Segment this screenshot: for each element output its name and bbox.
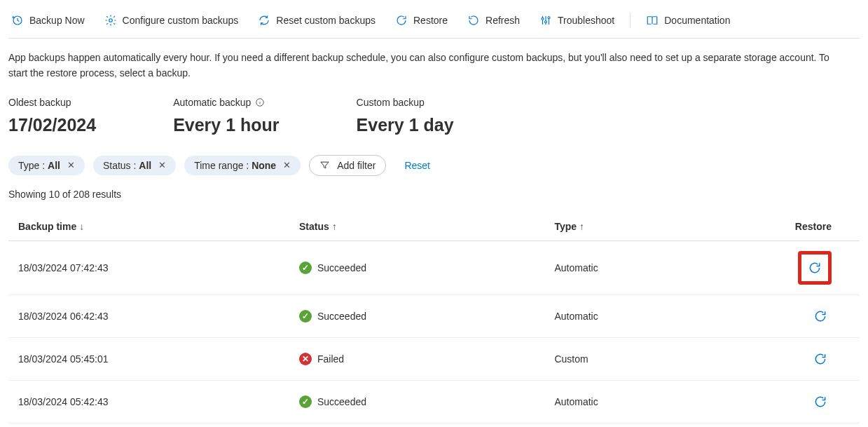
description-text: App backups happen automatically every h… (8, 50, 835, 81)
documentation-label: Documentation (664, 15, 730, 26)
cell-status: ✕Failed (289, 337, 545, 380)
restore-row-button[interactable] (798, 251, 832, 285)
reset-filters-link[interactable]: Reset (404, 160, 430, 171)
filter-timerange-pill[interactable]: Time range : None ✕ (184, 156, 301, 175)
filter-bar: Type : All ✕ Status : All ✕ Time range :… (8, 155, 860, 176)
backups-table: Backup time↓ Status↑ Type↑ Restore 18/03… (8, 212, 860, 423)
stat-auto-label: Automatic backup (173, 97, 279, 108)
refresh-label: Refresh (485, 15, 520, 26)
svg-point-3 (545, 21, 547, 23)
status-text: Succeeded (317, 396, 366, 407)
restore-row-button[interactable] (809, 305, 832, 327)
refresh-circle-icon (467, 14, 480, 27)
table-row[interactable]: 18/03/2024 07:42:43✓SucceededAutomatic (8, 240, 860, 294)
cell-status: ✓Succeeded (289, 380, 545, 423)
status-text: Succeeded (317, 311, 366, 322)
restore-row-button[interactable] (809, 348, 832, 370)
col-backup-time[interactable]: Backup time↓ (8, 212, 289, 241)
configure-label: Configure custom backups (123, 15, 239, 26)
sort-up-icon: ↑ (579, 221, 584, 232)
sort-down-icon: ↓ (79, 221, 84, 232)
backup-now-button[interactable]: Backup Now (11, 14, 85, 27)
clear-type-icon[interactable]: ✕ (67, 160, 75, 170)
svg-point-4 (548, 17, 550, 19)
stat-automatic: Automatic backup Every 1 hour (173, 97, 279, 135)
documentation-button[interactable]: Documentation (646, 14, 730, 27)
cell-status: ✓Succeeded (289, 294, 545, 337)
stat-oldest-label: Oldest backup (8, 97, 96, 108)
cell-restore (755, 337, 860, 380)
cell-type: Automatic (544, 240, 755, 294)
cell-backup-time: 18/03/2024 06:42:43 (8, 294, 289, 337)
stat-oldest-value: 17/02/2024 (8, 115, 96, 135)
book-icon (646, 14, 659, 27)
configure-backups-button[interactable]: Configure custom backups (104, 14, 239, 27)
status-text: Succeeded (317, 262, 366, 273)
reset-custom-button[interactable]: Reset custom backups (258, 14, 376, 27)
cell-backup-time: 18/03/2024 05:45:01 (8, 337, 289, 380)
table-row[interactable]: 18/03/2024 05:42:43✓SucceededAutomatic (8, 380, 860, 423)
funnel-icon (319, 160, 330, 170)
add-filter-button[interactable]: Add filter (309, 155, 386, 176)
cell-backup-time: 18/03/2024 05:42:43 (8, 380, 289, 423)
refresh-button[interactable]: Refresh (467, 14, 520, 27)
cell-type: Automatic (544, 294, 755, 337)
cell-restore (755, 240, 860, 294)
check-circle-icon: ✓ (299, 262, 312, 274)
x-circle-icon: ✕ (299, 353, 312, 365)
cell-restore (755, 380, 860, 423)
stat-custom-value: Every 1 day (357, 115, 454, 135)
cell-type: Automatic (544, 380, 755, 423)
svg-point-1 (109, 19, 112, 22)
check-circle-icon: ✓ (299, 310, 312, 323)
col-status[interactable]: Status↑ (289, 212, 545, 241)
stat-auto-value: Every 1 hour (173, 115, 279, 135)
troubleshoot-button[interactable]: Troubleshoot (539, 14, 614, 27)
toolbar: Backup Now Configure custom backups Rese… (8, 8, 860, 39)
restore-row-button[interactable] (809, 391, 832, 413)
gear-icon (104, 14, 117, 27)
restore-icon (395, 14, 408, 27)
cell-type: Custom (544, 337, 755, 380)
reset-custom-label: Reset custom backups (276, 15, 376, 26)
table-row[interactable]: 18/03/2024 05:45:01✕FailedCustom (8, 337, 860, 380)
toolbar-divider (630, 13, 631, 28)
restore-button[interactable]: Restore (395, 14, 448, 27)
status-text: Failed (317, 353, 344, 365)
cell-restore (755, 294, 860, 337)
stat-oldest: Oldest backup 17/02/2024 (8, 97, 96, 135)
col-restore: Restore (755, 212, 860, 241)
cell-backup-time: 18/03/2024 07:42:43 (8, 240, 289, 294)
filter-type-pill[interactable]: Type : All ✕ (8, 156, 85, 175)
cell-status: ✓Succeeded (289, 240, 545, 294)
col-type[interactable]: Type↑ (544, 212, 755, 241)
check-circle-icon: ✓ (299, 395, 312, 408)
troubleshoot-label: Troubleshoot (558, 15, 614, 26)
restore-label: Restore (413, 15, 448, 26)
svg-point-2 (542, 18, 544, 20)
results-count: Showing 10 of 208 results (8, 189, 860, 200)
stat-custom: Custom backup Every 1 day (357, 97, 454, 135)
add-filter-label: Add filter (337, 160, 376, 171)
backup-now-icon (11, 14, 24, 27)
refresh-icon (258, 14, 270, 27)
clear-range-icon[interactable]: ✕ (283, 160, 291, 170)
clear-status-icon[interactable]: ✕ (158, 160, 166, 170)
stat-custom-label: Custom backup (357, 97, 454, 108)
backup-now-label: Backup Now (29, 15, 85, 26)
troubleshoot-icon (539, 14, 552, 27)
info-icon[interactable] (255, 97, 265, 107)
stats-row: Oldest backup 17/02/2024 Automatic backu… (8, 97, 860, 135)
filter-status-pill[interactable]: Status : All ✕ (93, 156, 176, 175)
table-row[interactable]: 18/03/2024 06:42:43✓SucceededAutomatic (8, 294, 860, 337)
sort-up-icon: ↑ (332, 221, 337, 232)
